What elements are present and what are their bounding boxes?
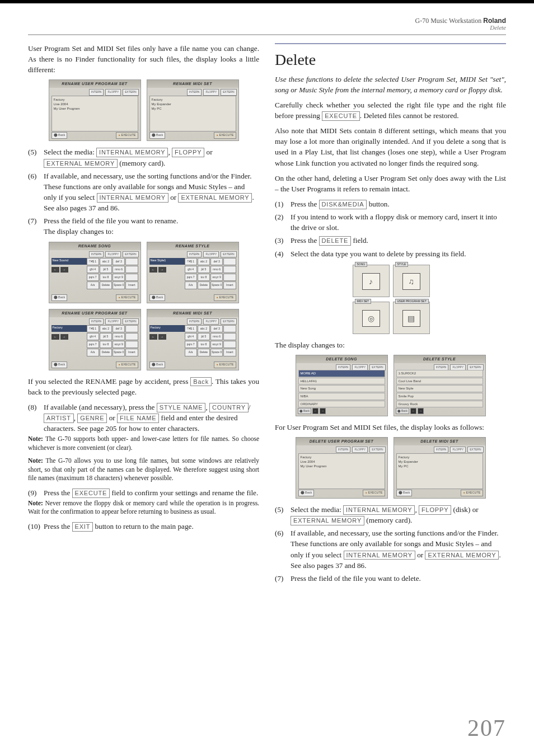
left-intro: User Program Set and MIDI Set files only…: [28, 43, 259, 75]
left-step-10: (10) Press the EXIT button to return to …: [28, 521, 259, 532]
right-step-4: (4)Select the data type you want to dele…: [275, 248, 506, 259]
page-number: 207: [467, 715, 506, 741]
btn-internal-memory: INTERNAL MEMORY: [96, 148, 168, 157]
right-step-6: (6) If available, and necessary, use the…: [275, 528, 506, 571]
icon-song: SONG♪: [353, 265, 390, 297]
left-after-shots: If you selected the RENAME page by accid…: [28, 376, 259, 397]
product-name: G-70 Music Workstation: [415, 17, 482, 25]
type-icon-grid: SONG♪ STYLE♫ MIDI SET◎ USER PROGRAM SET▤: [275, 265, 506, 334]
left-note-3: Note: Never remove the floppy disk or me…: [28, 499, 259, 516]
left-note-2: Note: The G-70 allows you to use long fi…: [28, 457, 259, 483]
icon-ups: USER PROGRAM SET▤: [393, 302, 430, 334]
btn-back: Back: [190, 377, 212, 387]
shot-rename-song: RENAME SONG INTERNFLOPPYEXTERN New Sound…: [49, 242, 141, 303]
right-p1: Carefully check whether you selected the…: [275, 100, 506, 121]
right-p3: On the other hand, deleting a User Progr…: [275, 173, 506, 194]
shot-rename-style: RENAME STYLE INTERNFLOPPYEXTERN New Styl…: [147, 242, 239, 303]
shot-delete-song: DELETE SONG INTERNFLOPPYEXTERN MORE AD H…: [296, 355, 388, 416]
left-step-7: (7) Press the field of the file you want…: [28, 215, 259, 237]
page-header: G-70 Music Workstation Roland Delete: [28, 17, 506, 31]
left-step-6: (6) If available, and necessary, use the…: [28, 171, 259, 214]
right-step-5: (5) Select the media: INTERNAL MEMORY, F…: [275, 504, 506, 525]
right-step-7: (7) Press the field of the file you want…: [275, 573, 506, 584]
shot-delete-ups: DELETE USER PROGRAM SET INTERNFLOPPYEXTE…: [296, 437, 388, 499]
icon-style: STYLE♫: [393, 265, 430, 297]
btn-disk-media: DISK&MEDIA: [319, 200, 367, 209]
shot-rename-midiset: RENAME MIDI SET INTERNFLOPPYEXTERN Facto…: [147, 79, 239, 141]
shot-delete-midiset: DELETE MIDI SET INTERNFLOPPYEXTERN Facto…: [394, 437, 486, 499]
icon-midiset: MIDI SET◎: [353, 302, 390, 334]
right-after-icons: The display changes to:: [275, 340, 506, 350]
right-step-2: (2)If you intend to work with a floppy d…: [275, 212, 506, 233]
shot-rename-midiset-kb: RENAME MIDI SET INTERNFLOPPYEXTERN Facto…: [147, 309, 239, 370]
right-column: Delete Use these functions to delete the…: [275, 43, 506, 585]
left-note-1: Note: The G-70 supports both upper- and …: [28, 435, 259, 452]
btn-external-memory: EXTERNAL MEMORY: [44, 159, 118, 168]
right-p2: Also note that MIDI Sets contain 8 diffe…: [275, 125, 506, 168]
btn-floppy: FLOPPY: [172, 148, 204, 157]
left-step-8: (8) If available (and necessary), press …: [28, 402, 259, 434]
btn-exit: EXIT: [72, 522, 93, 532]
right-intro: Use these functions to delete the select…: [275, 74, 506, 95]
right-step-3: (3)Press the DELETE field.: [275, 235, 506, 246]
left-column: User Program Set and MIDI Set files only…: [28, 43, 259, 585]
shot-rename-ups-kb: RENAME USER PROGRAM SET INTERNFLOPPYEXTE…: [49, 309, 141, 370]
left-step-5: (5) Select the media: INTERNAL MEMORY, F…: [28, 147, 259, 168]
btn-execute: EXECUTE: [72, 489, 110, 498]
right-p4: For User Program Set and MIDI Set files,…: [275, 422, 506, 433]
brand: Roland: [483, 17, 506, 25]
btn-delete: DELETE: [319, 236, 352, 246]
shot-rename-ups: RENAME USER PROGRAM SET INTERNFLOPPYEXTE…: [49, 79, 141, 141]
shot-delete-style: DELETE STYLE INTERNFLOPPYEXTERN 1:SLR0CK…: [394, 355, 486, 416]
section-title: Delete: [275, 49, 506, 72]
left-step-9: (9) Press the EXECUTE field to confirm y…: [28, 487, 259, 498]
right-step-1: (1)Press the DISK&MEDIA button.: [275, 199, 506, 209]
